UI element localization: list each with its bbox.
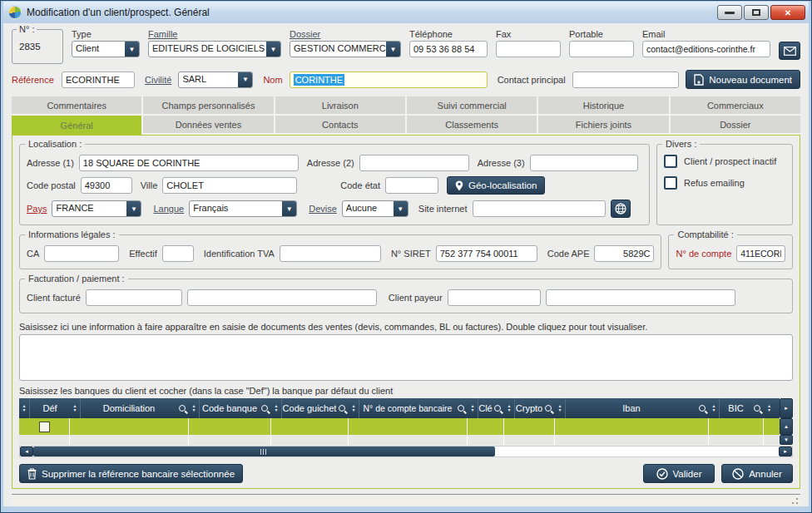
siret-input[interactable]: [436, 245, 537, 262]
compte-input[interactable]: [736, 245, 785, 262]
tab-suivi-commercial[interactable]: Suivi commercial: [407, 96, 538, 116]
sort-icon[interactable]: ▴▾: [709, 398, 720, 418]
adresse3-input[interactable]: [530, 155, 638, 171]
civilite-label[interactable]: Civilité: [145, 75, 171, 85]
civilite-select[interactable]: SARL ▼: [178, 72, 253, 88]
chevron-down-icon[interactable]: ▼: [238, 72, 252, 87]
col-bic[interactable]: BIC: [720, 403, 752, 413]
col-code-banque[interactable]: Code banque: [200, 403, 260, 413]
dossier-select[interactable]: GESTION COMMERCIALE ▼: [290, 41, 401, 57]
notes-textarea[interactable]: [19, 334, 793, 381]
valider-button[interactable]: Valider: [643, 464, 715, 483]
search-icon[interactable]: [261, 405, 268, 412]
ape-input[interactable]: [594, 245, 654, 262]
chevron-down-icon[interactable]: ▼: [126, 201, 141, 216]
scroll-right-button[interactable]: ▸: [779, 446, 792, 456]
search-icon[interactable]: [179, 405, 186, 412]
sort-icon[interactable]: ▴▾: [764, 398, 775, 418]
sort-icon[interactable]: ▴▾: [70, 398, 81, 418]
pays-label[interactable]: Pays: [27, 204, 47, 214]
inactif-checkbox[interactable]: [664, 155, 677, 168]
maximize-button[interactable]: [744, 5, 769, 20]
famille-select[interactable]: EDITEURS DE LOGICIELS ▼: [148, 41, 281, 57]
scroll-left-button[interactable]: ◂: [20, 446, 33, 456]
annuler-button[interactable]: Annuler: [721, 464, 793, 483]
resize-grip[interactable]: [789, 495, 799, 505]
scroll-up-button[interactable]: ▴: [780, 418, 793, 435]
client-facture-nom-input[interactable]: [187, 289, 377, 306]
col-domiciliation[interactable]: Domiciliation: [81, 403, 177, 413]
nom-input[interactable]: CORINTHE: [290, 72, 488, 88]
refus-emailing-checkbox[interactable]: [664, 176, 677, 190]
open-website-button[interactable]: [611, 200, 631, 218]
sort-icon[interactable]: ▴▾: [271, 398, 282, 418]
tab-commentaires[interactable]: Commentaires: [12, 96, 143, 116]
search-icon[interactable]: [458, 405, 464, 412]
sort-icon[interactable]: ▴▾: [504, 398, 515, 418]
col-crypto[interactable]: Crypto: [515, 403, 543, 413]
bank-row-empty[interactable]: [19, 435, 780, 445]
tab-livraison[interactable]: Livraison: [275, 96, 407, 116]
fax-input[interactable]: [496, 41, 561, 57]
client-facture-code-input[interactable]: [86, 289, 182, 306]
contact-principal-input[interactable]: [572, 72, 680, 88]
search-icon[interactable]: [545, 405, 552, 412]
nouveau-document-button[interactable]: Nouveau document: [686, 70, 800, 89]
telephone-input[interactable]: [409, 41, 488, 57]
geo-localisation-button[interactable]: Géo-localisation: [447, 176, 545, 195]
email-input[interactable]: [642, 41, 770, 57]
tab-dossier[interactable]: Dossier: [671, 116, 800, 135]
bank-row-selected[interactable]: [19, 418, 780, 435]
reference-input[interactable]: [62, 72, 135, 88]
chevron-down-icon[interactable]: ▼: [266, 42, 280, 57]
col-code-guichet[interactable]: Code guichet: [282, 403, 337, 413]
tab-historique[interactable]: Historique: [538, 96, 670, 116]
ca-input[interactable]: [44, 245, 119, 262]
def-checkbox[interactable]: [39, 422, 50, 432]
tab-fichiers-joints[interactable]: Fichiers joints: [538, 116, 670, 135]
tab-contacts[interactable]: Contacts: [275, 116, 407, 135]
close-button[interactable]: ✕: [770, 5, 805, 20]
send-email-button[interactable]: [779, 42, 800, 60]
search-icon[interactable]: [494, 405, 501, 412]
tva-input[interactable]: [280, 245, 381, 262]
code-etat-input[interactable]: [385, 177, 438, 194]
tab-donnees-ventes[interactable]: Données ventes: [143, 116, 275, 135]
dossier-label[interactable]: Dossier: [290, 29, 401, 39]
devise-select[interactable]: Aucune ▼: [342, 200, 408, 217]
scrollbar-track[interactable]: [495, 446, 779, 456]
chevron-down-icon[interactable]: ▼: [386, 42, 400, 57]
delete-bank-button[interactable]: Supprimer la référence bancaire sélectio…: [19, 464, 243, 483]
scrollbar-thumb[interactable]: [33, 446, 495, 456]
chevron-down-icon[interactable]: ▼: [394, 201, 408, 216]
col-cle[interactable]: Clé: [478, 403, 493, 413]
langue-select[interactable]: Français ▼: [189, 200, 297, 217]
pays-select[interactable]: FRANCE ▼: [52, 200, 141, 217]
code-postal-input[interactable]: [81, 177, 132, 194]
client-payeur-nom-input[interactable]: [546, 289, 735, 306]
sort-icon[interactable]: ▴▾: [19, 398, 30, 418]
tab-general[interactable]: Général: [12, 116, 143, 135]
search-icon[interactable]: [339, 405, 345, 412]
site-internet-input[interactable]: [473, 200, 606, 217]
search-icon[interactable]: [699, 405, 706, 412]
col-compte-bancaire[interactable]: N° de compte bancaire: [359, 403, 456, 413]
tab-champs-personnalises[interactable]: Champs personnalisés: [143, 96, 275, 116]
client-payeur-code-input[interactable]: [448, 289, 541, 306]
tab-commerciaux[interactable]: Commerciaux: [671, 96, 800, 116]
vertical-scrollbar[interactable]: ▸ ▴ ▾: [780, 398, 793, 445]
adresse2-input[interactable]: [359, 155, 469, 171]
ville-input[interactable]: [162, 177, 297, 194]
sort-icon[interactable]: ▴▾: [555, 398, 566, 418]
scroll-down-button[interactable]: ▾: [780, 435, 793, 445]
col-def[interactable]: Déf: [30, 403, 70, 413]
chevron-down-icon[interactable]: ▼: [282, 201, 296, 216]
sort-icon[interactable]: ▴▾: [189, 398, 200, 418]
column-options-button[interactable]: ▸: [780, 398, 793, 418]
adresse1-input[interactable]: [79, 155, 299, 171]
tab-classements[interactable]: Classements: [407, 116, 538, 135]
effectif-input[interactable]: [162, 245, 194, 262]
langue-label[interactable]: Langue: [153, 204, 184, 214]
horizontal-scrollbar[interactable]: ◂ ▸: [19, 446, 793, 457]
sort-icon[interactable]: ▴▾: [349, 398, 359, 418]
